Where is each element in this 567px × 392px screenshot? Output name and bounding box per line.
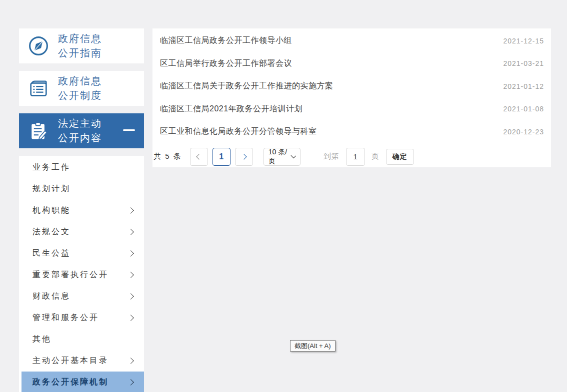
total-count-label: 共 5 条 <box>154 152 182 161</box>
article-date: 2021-03-21 <box>503 59 544 67</box>
article-date: 2021-01-08 <box>503 105 544 113</box>
sidebar-item-org-functions[interactable]: 机构职能 <box>19 200 144 221</box>
article-list: 临淄区工信局政务公开工作领导小组 2021-12-15 区工信局举行政务公开工作… <box>152 28 551 143</box>
card-label-line: 法定主动 <box>58 116 102 131</box>
chevron-right-icon <box>128 207 134 214</box>
article-title[interactable]: 临淄区工信局政务公开工作领导小组 <box>160 35 292 46</box>
card-label-line: 公开制度 <box>58 88 102 103</box>
sidebar-item-other[interactable]: 其他 <box>19 329 144 350</box>
chevron-right-icon <box>128 379 134 386</box>
menu-label: 业务工作 <box>32 162 70 173</box>
chevron-right-icon <box>128 293 134 300</box>
goto-prefix-label: 到第 <box>324 152 340 161</box>
page-size-label: 10 条/页 <box>268 148 292 166</box>
page-size-select[interactable]: 10 条/页 <box>264 148 300 166</box>
sidebar-item-management-service[interactable]: 管理和服务公开 <box>19 307 144 329</box>
goto-page-input[interactable] <box>346 148 365 166</box>
sidebar: 政府信息 公开指南 政府信息 公开制度 <box>19 28 144 392</box>
chevron-right-icon <box>128 315 134 321</box>
compass-icon <box>19 35 58 57</box>
confirm-button[interactable]: 确定 <box>386 149 414 165</box>
menu-label: 规划计划 <box>32 184 70 194</box>
page-number-button[interactable]: 1 <box>212 148 230 166</box>
sidebar-item-planning[interactable]: 规划计划 <box>19 178 144 200</box>
menu-label: 财政信息 <box>32 291 70 302</box>
card-label-line: 公开内容 <box>58 131 102 145</box>
pagination: 共 5 条 1 10 条/页 到第 页 确定 <box>152 148 551 166</box>
next-page-button[interactable] <box>235 148 253 166</box>
collapse-minus-icon[interactable] <box>123 129 135 131</box>
screenshot-tooltip: 截图(Alt + A) <box>290 340 336 352</box>
card-label-line: 政府信息 <box>58 31 102 46</box>
chevron-right-icon <box>128 250 134 257</box>
goto-suffix-label: 页 <box>372 152 380 161</box>
sidebar-item-livelihood[interactable]: 民生公益 <box>19 243 144 264</box>
content-panel: 临淄区工信局政务公开工作领导小组 2021-12-15 区工信局举行政务公开工作… <box>152 28 551 167</box>
chevron-right-icon <box>241 154 246 159</box>
list-item[interactable]: 临淄区工信局2021年政务公开培训计划 2021-01-08 <box>152 98 551 121</box>
chevron-left-icon <box>196 154 202 159</box>
article-date: 2020-12-23 <box>503 128 544 136</box>
menu-label: 主动公开基本目录 <box>32 356 108 366</box>
article-title[interactable]: 区工业和信息化局政务公开分管领导与科室 <box>160 126 317 137</box>
article-title[interactable]: 临淄区工信局关于政务公开工作推进的实施方案 <box>160 81 334 91</box>
article-title[interactable]: 区工信局举行政务公开工作部署会议 <box>160 58 292 69</box>
goto-page-group: 到第 页 确定 <box>324 148 414 166</box>
sidebar-item-fiscal-info[interactable]: 财政信息 <box>19 286 144 307</box>
clipboard-pen-icon <box>19 120 58 142</box>
sidebar-card-statutory-disclosure[interactable]: 法定主动 公开内容 <box>19 113 144 148</box>
menu-label: 其他 <box>32 334 52 345</box>
chevron-right-icon <box>128 229 134 235</box>
list-item[interactable]: 临淄区工信局关于政务公开工作推进的实施方案 2021-01-12 <box>152 75 551 98</box>
article-date: 2021-01-12 <box>503 82 544 90</box>
menu-label: 机构职能 <box>32 205 70 216</box>
menu-label: 法规公文 <box>32 227 70 237</box>
list-item[interactable]: 区工业和信息化局政务公开分管领导与科室 2020-12-23 <box>152 120 551 143</box>
sidebar-item-disclosure-safeguard[interactable]: 政务公开保障机制 <box>22 372 144 392</box>
chevron-right-icon <box>128 358 134 364</box>
article-date: 2021-12-15 <box>503 37 544 45</box>
sidebar-item-business-work[interactable]: 业务工作 <box>19 157 144 178</box>
sidebar-item-regulations[interactable]: 法规公文 <box>19 221 144 243</box>
card-label-line: 公开指南 <box>58 46 102 60</box>
article-title[interactable]: 临淄区工信局2021年政务公开培训计划 <box>160 104 302 114</box>
chevron-right-icon <box>128 272 134 278</box>
menu-label: 政务公开保障机制 <box>32 377 108 388</box>
list-item[interactable]: 区工信局举行政务公开工作部署会议 2021-03-21 <box>152 52 551 75</box>
notebook-icon <box>19 77 58 100</box>
sidebar-card-gov-info-guide[interactable]: 政府信息 公开指南 <box>19 28 144 63</box>
sidebar-item-key-deployment[interactable]: 重要部署执行公开 <box>19 264 144 286</box>
sidebar-menu: 业务工作 规划计划 机构职能 法规公文 民生公益 重要部署执行公开 财政信息 管… <box>19 156 144 392</box>
sidebar-card-gov-info-system[interactable]: 政府信息 公开制度 <box>19 71 144 106</box>
sidebar-item-proactive-catalog[interactable]: 主动公开基本目录 <box>19 350 144 372</box>
menu-label: 管理和服务公开 <box>32 313 99 323</box>
card-label-line: 政府信息 <box>58 74 102 88</box>
prev-page-button[interactable] <box>190 148 208 166</box>
menu-label: 重要部署执行公开 <box>32 270 108 280</box>
list-item[interactable]: 临淄区工信局政务公开工作领导小组 2021-12-15 <box>152 29 551 52</box>
menu-label: 民生公益 <box>32 248 70 259</box>
